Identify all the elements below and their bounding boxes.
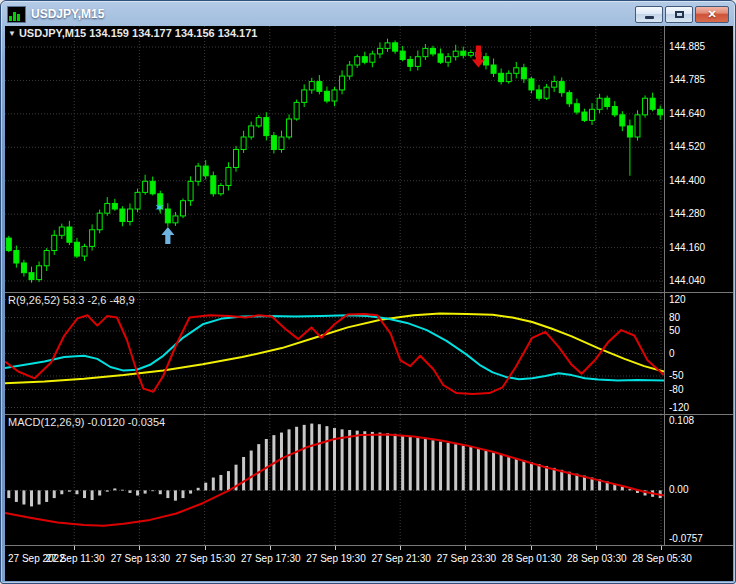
time-tick <box>139 546 140 550</box>
oscillator-axis-label: -80 <box>669 384 683 396</box>
chart-icon <box>7 6 26 23</box>
chart-content: ▼USDJPY,M15 134.159 134.177 134.156 134.… <box>5 26 733 581</box>
candlestick-canvas[interactable]: ✶ <box>5 26 664 292</box>
price-axis-label: 144.885 <box>669 41 705 53</box>
macd-canvas[interactable] <box>5 415 664 545</box>
minimize-icon <box>645 16 654 19</box>
main-chart-panel: ▼USDJPY,M15 134.159 134.177 134.156 134.… <box>5 26 733 292</box>
time-axis-label: 27 Sep 21:30 <box>368 553 434 564</box>
oscillator-axis-label: 0 <box>669 348 675 360</box>
time-tick <box>465 546 466 550</box>
main-chart-plot[interactable]: ▼USDJPY,M15 134.159 134.177 134.156 134.… <box>5 26 664 292</box>
price-axis-label: 144.280 <box>669 208 705 220</box>
time-tick <box>205 546 206 550</box>
oscillator-axis-label: -120 <box>669 402 689 414</box>
macd-histogram-group <box>7 424 661 507</box>
time-axis-label: 28 Sep 03:30 <box>564 553 630 564</box>
oscillator-label: R(9,26,52) 53.3 -2,6 -48,9 <box>8 294 135 306</box>
sell-arrow-marker <box>472 46 485 68</box>
macd-axis-label: -0.0757 <box>669 533 703 545</box>
oscillator-axis-label: 80 <box>669 312 680 324</box>
macd-axis[interactable]: 0.1080.00-0.0757 <box>665 415 733 545</box>
time-axis-label: 27 Sep 15:30 <box>173 553 239 564</box>
time-axis-label: 27 Sep 13:30 <box>107 553 173 564</box>
macd-plot[interactable]: MACD(12,26,9) -0.0120 -0.0354 <box>5 415 664 545</box>
price-axis-label: 144.160 <box>669 242 705 254</box>
maximize-button[interactable] <box>665 6 693 23</box>
chart-ohlc-label[interactable]: ▼USDJPY,M15 134.159 134.177 134.156 134.… <box>8 27 257 39</box>
time-tick <box>74 546 75 550</box>
time-tick <box>531 546 532 550</box>
minimize-button[interactable] <box>635 6 663 23</box>
time-axis-label: 27 Sep 19:30 <box>303 553 369 564</box>
time-tick <box>400 546 401 550</box>
oscillator-panel: R(9,26,52) 53.3 -2,6 -48,9 12080500-50-8… <box>5 293 733 414</box>
oscillator-axis[interactable]: 12080500-50-80-120 <box>665 293 733 414</box>
time-axis-label: 27 Sep 11:30 <box>42 553 108 564</box>
oscillator-axis-label: -50 <box>669 370 683 382</box>
maximize-icon <box>675 11 684 18</box>
title-bar[interactable]: USDJPY,M15 ✕ <box>7 4 729 24</box>
close-button[interactable]: ✕ <box>695 6 729 23</box>
time-tick <box>335 546 336 550</box>
buy-arrow-marker <box>161 227 174 244</box>
candles-group <box>6 39 662 283</box>
time-axis-label: 28 Sep 05:30 <box>629 553 695 564</box>
window-title: USDJPY,M15 <box>31 7 104 21</box>
oscillator-axis-label: 120 <box>669 294 686 306</box>
oscillator-plot[interactable]: R(9,26,52) 53.3 -2,6 -48,9 <box>5 293 664 414</box>
time-axis-label: 27 Sep 23:30 <box>433 553 499 564</box>
price-axis-label: 144.400 <box>669 175 705 187</box>
time-tick <box>270 546 271 550</box>
chart-window: USDJPY,M15 ✕ ▼USDJPY,M15 134.159 134.177… <box>0 0 736 584</box>
price-axis-label: 144.640 <box>669 108 705 120</box>
price-axis-label: 144.040 <box>669 275 705 287</box>
time-axis[interactable]: 27 Sep 202227 Sep 11:3027 Sep 13:3027 Se… <box>5 546 733 581</box>
time-axis-label: 27 Sep 17:30 <box>238 553 304 564</box>
window-controls: ✕ <box>635 6 729 23</box>
price-axis-label: 144.785 <box>669 74 705 86</box>
close-icon: ✕ <box>707 8 716 21</box>
macd-axis-label: 0.108 <box>669 415 694 427</box>
star-marker: ✶ <box>154 200 165 215</box>
oscillator-canvas[interactable] <box>5 293 664 414</box>
macd-panel: MACD(12,26,9) -0.0120 -0.0354 0.1080.00-… <box>5 415 733 545</box>
chevron-down-icon[interactable]: ▼ <box>8 29 16 38</box>
time-tick <box>596 546 597 550</box>
oscillator-axis-label: 50 <box>669 325 680 337</box>
price-axis[interactable]: 144.885144.785144.640144.520144.400144.2… <box>665 26 733 292</box>
time-axis-label: 28 Sep 01:30 <box>499 553 565 564</box>
time-tick <box>661 546 662 550</box>
macd-label: MACD(12,26,9) -0.0120 -0.0354 <box>8 416 165 428</box>
macd-axis-label: 0.00 <box>669 484 688 496</box>
ohlc-text: USDJPY,M15 134.159 134.177 134.156 134.1… <box>19 27 258 39</box>
price-axis-label: 144.520 <box>669 141 705 153</box>
